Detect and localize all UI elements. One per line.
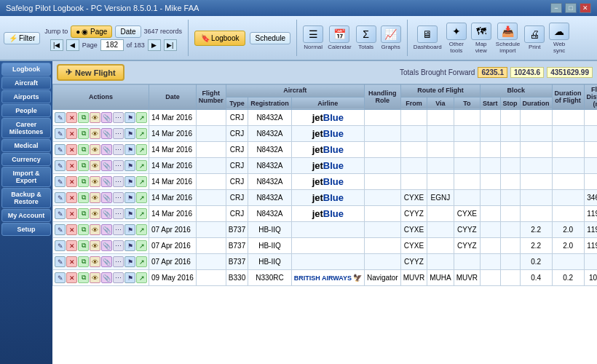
close-btn[interactable]: ✕	[580, 3, 591, 13]
cell-actions[interactable]: ✎ ✕ ⧉ 👁 📎 ⋯ ⚑ ↗	[53, 238, 149, 254]
attach-icon[interactable]: 📎	[101, 112, 112, 123]
copy-icon[interactable]: ⧉	[78, 144, 89, 155]
cell-actions[interactable]: ✎ ✕ ⧉ 👁 📎 ⋯ ⚑ ↗	[53, 190, 149, 206]
edit-icon[interactable]: ✎	[55, 128, 66, 139]
more-icon[interactable]: ⋯	[113, 128, 124, 139]
schedule-import-btn[interactable]: 📥 Scheduleimport	[496, 23, 520, 54]
sidebar-item-people[interactable]: People	[1, 104, 51, 117]
cell-actions[interactable]: ✎ ✕ ⧉ 👁 📎 ⋯ ⚑ ↗	[53, 270, 149, 286]
view-icon[interactable]: 👁	[90, 208, 100, 219]
flight-log-table-container[interactable]: Actions Date FlightNumber Aircraft Handl…	[52, 84, 597, 364]
view-icon[interactable]: 👁	[90, 144, 100, 155]
delete-icon[interactable]: ✕	[66, 128, 77, 139]
attach-icon[interactable]: 📎	[101, 272, 112, 283]
edit-icon[interactable]: ✎	[55, 160, 66, 171]
view-icon[interactable]: 👁	[90, 224, 100, 235]
delete-icon[interactable]: ✕	[66, 160, 77, 171]
more-icon[interactable]: ⋯	[113, 240, 124, 251]
cell-actions[interactable]: ✎ ✕ ⧉ 👁 📎 ⋯ ⚑ ↗	[53, 110, 149, 126]
share-icon[interactable]: ↗	[136, 144, 147, 155]
attach-icon[interactable]: 📎	[101, 208, 112, 219]
flag-icon[interactable]: ⚑	[124, 256, 135, 267]
share-icon[interactable]: ↗	[136, 128, 147, 139]
attach-icon[interactable]: 📎	[101, 176, 112, 187]
delete-icon[interactable]: ✕	[66, 112, 77, 123]
sidebar-item-setup[interactable]: Setup	[1, 223, 51, 236]
web-sync-btn[interactable]: ☁ Websync	[549, 23, 569, 54]
edit-icon[interactable]: ✎	[55, 256, 66, 267]
sidebar-item-account[interactable]: My Account	[1, 209, 51, 222]
copy-icon[interactable]: ⧉	[78, 128, 89, 139]
view-icon[interactable]: 👁	[90, 112, 100, 123]
attach-icon[interactable]: 📎	[101, 256, 112, 267]
page-number-input[interactable]	[100, 39, 124, 51]
copy-icon[interactable]: ⧉	[78, 208, 89, 219]
flag-icon[interactable]: ⚑	[124, 224, 135, 235]
copy-icon[interactable]: ⧉	[78, 160, 89, 171]
view-icon[interactable]: 👁	[90, 160, 100, 171]
first-page-btn[interactable]: |◀	[50, 39, 63, 51]
prev-page-btn[interactable]: ◀	[66, 39, 79, 51]
graphs-btn[interactable]: 📈 Graphs	[381, 25, 401, 50]
sidebar-item-currency[interactable]: Currency	[1, 153, 51, 166]
cell-actions[interactable]: ✎ ✕ ⧉ 👁 📎 ⋯ ⚑ ↗	[53, 158, 149, 174]
share-icon[interactable]: ↗	[136, 112, 147, 123]
edit-icon[interactable]: ✎	[55, 144, 66, 155]
edit-icon[interactable]: ✎	[55, 176, 66, 187]
share-icon[interactable]: ↗	[136, 208, 147, 219]
copy-icon[interactable]: ⧉	[78, 192, 89, 203]
view-icon[interactable]: 👁	[90, 176, 100, 187]
cell-actions[interactable]: ✎ ✕ ⧉ 👁 📎 ⋯ ⚑ ↗	[53, 126, 149, 142]
copy-icon[interactable]: ⧉	[78, 256, 89, 267]
share-icon[interactable]: ↗	[136, 240, 147, 251]
flag-icon[interactable]: ⚑	[124, 176, 135, 187]
cell-actions[interactable]: ✎ ✕ ⧉ 👁 📎 ⋯ ⚑ ↗	[53, 206, 149, 222]
flag-icon[interactable]: ⚑	[124, 208, 135, 219]
flag-icon[interactable]: ⚑	[124, 144, 135, 155]
more-icon[interactable]: ⋯	[113, 160, 124, 171]
flag-icon[interactable]: ⚑	[124, 112, 135, 123]
schedule-btn[interactable]: Schedule	[250, 32, 290, 44]
delete-icon[interactable]: ✕	[66, 144, 77, 155]
normal-view-btn[interactable]: ☰ Normal	[303, 25, 323, 50]
delete-icon[interactable]: ✕	[66, 208, 77, 219]
edit-icon[interactable]: ✎	[55, 208, 66, 219]
minimize-btn[interactable]: −	[550, 3, 562, 13]
delete-icon[interactable]: ✕	[66, 240, 77, 251]
edit-icon[interactable]: ✎	[55, 192, 66, 203]
edit-icon[interactable]: ✎	[55, 224, 66, 235]
edit-icon[interactable]: ✎	[55, 272, 66, 283]
share-icon[interactable]: ↗	[136, 256, 147, 267]
more-icon[interactable]: ⋯	[113, 224, 124, 235]
share-icon[interactable]: ↗	[136, 224, 147, 235]
new-flight-btn[interactable]: ✈ New Flight	[57, 64, 124, 81]
more-icon[interactable]: ⋯	[113, 192, 124, 203]
logbook-btn[interactable]: 🔖 Logbook	[194, 31, 245, 46]
more-icon[interactable]: ⋯	[113, 112, 124, 123]
attach-icon[interactable]: 📎	[101, 144, 112, 155]
sidebar-item-career[interactable]: Career Milestones	[1, 118, 51, 138]
attach-icon[interactable]: 📎	[101, 192, 112, 203]
cell-actions[interactable]: ✎ ✕ ⧉ 👁 📎 ⋯ ⚑ ↗	[53, 254, 149, 270]
flag-icon[interactable]: ⚑	[124, 272, 135, 283]
cell-actions[interactable]: ✎ ✕ ⧉ 👁 📎 ⋯ ⚑ ↗	[53, 174, 149, 190]
more-icon[interactable]: ⋯	[113, 208, 124, 219]
delete-icon[interactable]: ✕	[66, 176, 77, 187]
page-toggle-btn[interactable]: ● ◉ Page	[71, 25, 112, 38]
map-view-btn[interactable]: 🗺 Mapview	[471, 23, 491, 54]
more-icon[interactable]: ⋯	[113, 176, 124, 187]
delete-icon[interactable]: ✕	[66, 272, 77, 283]
other-tools-btn[interactable]: ✦ Othertools	[446, 23, 467, 54]
sidebar-item-backup[interactable]: Backup & Restore	[1, 188, 51, 208]
filter-btn[interactable]: ⚡ Filter	[4, 32, 40, 44]
copy-icon[interactable]: ⧉	[78, 176, 89, 187]
flag-icon[interactable]: ⚑	[124, 128, 135, 139]
more-icon[interactable]: ⋯	[113, 272, 124, 283]
sidebar-item-import[interactable]: Import & Export	[1, 167, 51, 187]
sidebar-item-medical[interactable]: Medical	[1, 139, 51, 152]
cell-actions[interactable]: ✎ ✕ ⧉ 👁 📎 ⋯ ⚑ ↗	[53, 142, 149, 158]
view-icon[interactable]: 👁	[90, 128, 100, 139]
sidebar-item-airports[interactable]: Airports	[1, 90, 51, 103]
attach-icon[interactable]: 📎	[101, 160, 112, 171]
edit-icon[interactable]: ✎	[55, 112, 66, 123]
